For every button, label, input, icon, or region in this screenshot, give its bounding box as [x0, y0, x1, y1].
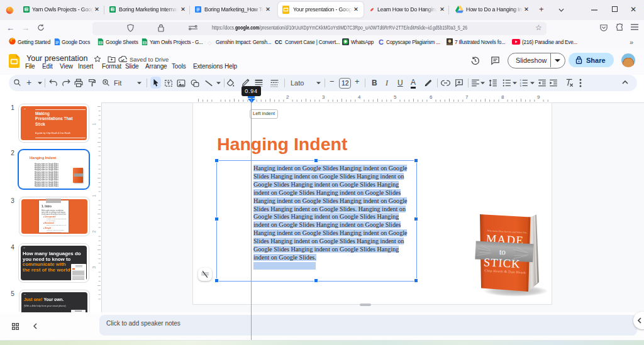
svg-text:3: 3 — [520, 84, 522, 87]
svg-text:to: to — [499, 247, 506, 257]
